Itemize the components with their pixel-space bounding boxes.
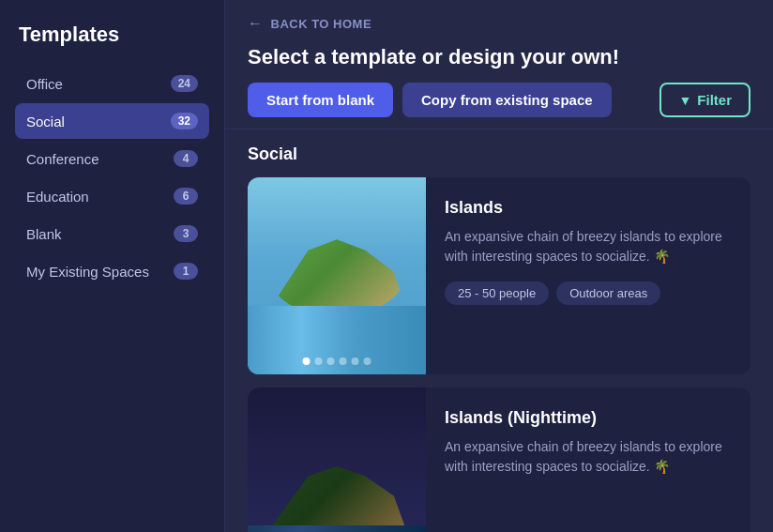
card-info-islands: Islands An expansive chain of breezy isl… bbox=[426, 177, 750, 374]
start-blank-button[interactable]: Start from blank bbox=[248, 83, 393, 117]
copy-space-button[interactable]: Copy from existing space bbox=[402, 83, 612, 117]
main-header: ← BACK TO HOME Select a template or desi… bbox=[225, 0, 773, 129]
sidebar-badge-office: 24 bbox=[171, 75, 198, 92]
sidebar-item-label-social: Social bbox=[26, 114, 65, 129]
card-info-islands-nighttime: Islands (Nighttime) An expansive chain o… bbox=[426, 388, 750, 532]
island-visual-islands-nighttime bbox=[248, 388, 426, 532]
card-name-islands: Islands bbox=[445, 198, 732, 218]
back-link-label: BACK TO HOME bbox=[271, 17, 372, 31]
sidebar-item-social[interactable]: Social 32 bbox=[15, 103, 209, 139]
sidebar-badge-education: 6 bbox=[174, 188, 198, 205]
filter-label: Filter bbox=[697, 92, 732, 108]
tag-outdoor-areas: Outdoor areas bbox=[556, 281, 660, 305]
sidebar-item-label-blank: Blank bbox=[26, 226, 62, 242]
filter-button[interactable]: ▼ Filter bbox=[659, 83, 750, 117]
sidebar-badge-conference: 4 bbox=[174, 150, 198, 167]
sidebar-badge-blank: 3 bbox=[174, 225, 198, 242]
page-title: Select a template or design your own! bbox=[248, 45, 750, 69]
filter-icon: ▼ bbox=[678, 93, 691, 108]
sidebar-item-label-office: Office bbox=[26, 76, 63, 92]
card-name-islands-nighttime: Islands (Nighttime) bbox=[445, 408, 732, 428]
sidebar-item-conference[interactable]: Conference 4 bbox=[15, 141, 209, 176]
carousel-dot-5[interactable] bbox=[364, 357, 371, 365]
card-image-islands-nighttime bbox=[248, 388, 426, 532]
sidebar-item-office[interactable]: Office 24 bbox=[15, 66, 209, 101]
card-desc-islands: An expansive chain of breezy islands to … bbox=[445, 227, 732, 266]
card-desc-islands-nighttime: An expansive chain of breezy islands to … bbox=[445, 437, 732, 477]
card-tags: 25 - 50 peopleOutdoor areas bbox=[445, 281, 732, 305]
back-arrow-icon: ← bbox=[248, 15, 264, 32]
sidebar-item-label-conference: Conference bbox=[26, 151, 99, 167]
island-visual-islands bbox=[248, 177, 426, 374]
sidebar-item-label-my-existing-spaces: My Existing Spaces bbox=[26, 264, 149, 280]
template-list: Social Islands An expansive chain of bre… bbox=[225, 129, 773, 532]
sidebar-badge-my-existing-spaces: 1 bbox=[174, 263, 198, 280]
template-card-islands-nighttime[interactable]: Islands (Nighttime) An expansive chain o… bbox=[248, 388, 750, 532]
sidebar-title: Templates bbox=[15, 23, 209, 47]
carousel-dots bbox=[303, 357, 371, 365]
carousel-dot-2[interactable] bbox=[327, 357, 335, 365]
carousel-dot-3[interactable] bbox=[340, 357, 347, 365]
tag-25---50-people: 25 - 50 people bbox=[445, 281, 549, 305]
template-card-islands[interactable]: Islands An expansive chain of breezy isl… bbox=[248, 177, 750, 374]
sidebar-item-label-education: Education bbox=[26, 189, 89, 205]
sidebar-item-education[interactable]: Education 6 bbox=[15, 178, 209, 214]
card-image-islands bbox=[248, 177, 426, 374]
sidebar: Templates Office 24 Social 32 Conference… bbox=[0, 0, 225, 532]
sidebar-badge-social: 32 bbox=[171, 113, 198, 129]
carousel-dot-0[interactable] bbox=[303, 357, 311, 365]
sidebar-item-my-existing-spaces[interactable]: My Existing Spaces 1 bbox=[15, 253, 209, 289]
carousel-dot-1[interactable] bbox=[315, 357, 323, 365]
main-panel: ← BACK TO HOME Select a template or desi… bbox=[225, 0, 773, 532]
section-label: Social bbox=[248, 144, 750, 164]
back-link[interactable]: ← BACK TO HOME bbox=[248, 15, 750, 32]
action-buttons: Start from blank Copy from existing spac… bbox=[248, 83, 750, 117]
carousel-dot-4[interactable] bbox=[352, 357, 359, 365]
sidebar-item-blank[interactable]: Blank 3 bbox=[15, 216, 209, 251]
